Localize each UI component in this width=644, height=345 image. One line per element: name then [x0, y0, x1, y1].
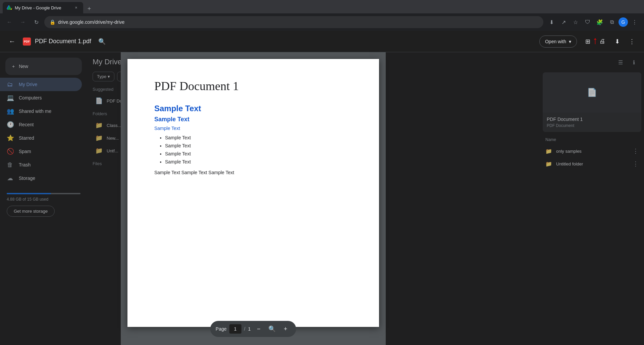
tab-bar: My Drive - Google Drive × + — [0, 0, 644, 13]
folder-name-3: Untf... — [107, 148, 118, 153]
trash-icon: 🗑 — [7, 161, 13, 168]
sidebar-item-shared[interactable]: 👥 Shared with me — [0, 105, 82, 118]
forward-button[interactable]: → — [17, 17, 28, 27]
list-item: Sample Text — [165, 151, 352, 156]
list-item: Sample Text — [165, 135, 352, 140]
back-button[interactable]: ← — [4, 17, 15, 27]
app-bar-actions: ⊞ 🖨 ⬇ ⋮ — [581, 35, 639, 48]
right-panel-header: ☰ ℹ — [543, 55, 641, 70]
sidebar-label-starred: Starred — [19, 135, 34, 141]
chevron-down-icon: ▾ — [569, 39, 571, 44]
tab-title: My Drive - Google Drive — [15, 5, 70, 10]
open-with-button[interactable]: Open with ▾ — [539, 36, 577, 48]
sidebar-label-trash: Trash — [19, 162, 31, 167]
computers-icon: 💻 — [7, 94, 13, 101]
file-card-meta: PDF Document — [547, 123, 637, 128]
present-button[interactable]: ⊞ — [581, 35, 594, 48]
split-view-icon[interactable]: ⧉ — [606, 17, 617, 27]
list-view-icon[interactable]: ☰ — [614, 56, 627, 68]
address-input[interactable]: 🔒 drive.google.com/drive/my-drive — [44, 16, 543, 28]
zoom-in-button[interactable]: + — [280, 324, 291, 334]
type-filter[interactable]: Type ▾ — [93, 72, 114, 81]
right-folder-1[interactable]: 📁 only samples ⋮ — [543, 145, 641, 157]
get-storage-button[interactable]: Get more storage — [7, 206, 55, 217]
file-card-name: PDF Document 1 — [547, 117, 637, 122]
recent-icon: 🕐 — [7, 121, 13, 128]
address-text: drive.google.com/drive/my-drive — [58, 19, 124, 25]
sidebar-item-computers[interactable]: 💻 Computers — [0, 91, 82, 105]
tab-close-button[interactable]: × — [73, 5, 79, 11]
print-button[interactable]: 🖨 — [596, 35, 609, 48]
user-avatar[interactable]: G — [619, 17, 628, 27]
download-page-icon[interactable]: ⬇ — [546, 17, 557, 27]
right-folder-name-2: Untitled folder — [556, 161, 583, 166]
right-folders-label: Name — [543, 136, 641, 143]
sidebar-item-trash[interactable]: 🗑 Trash — [0, 158, 82, 171]
storage-icon: ☁ — [7, 175, 13, 182]
new-label: New — [19, 64, 28, 69]
sidebar-label-shared: Shared with me — [19, 109, 51, 114]
my-drive-icon: 🗂 — [7, 81, 13, 88]
back-to-drive-button[interactable]: ← — [5, 35, 19, 48]
refresh-button[interactable]: ↻ — [31, 17, 42, 27]
file-card-info: PDF Document 1 PDF Document — [543, 113, 641, 132]
extensions-icon[interactable]: 🧩 — [594, 17, 605, 27]
storage-bar — [7, 193, 80, 194]
sidebar-item-starred[interactable]: ⭐ Starred — [0, 131, 82, 145]
folder-icon-1: 📁 — [95, 122, 103, 129]
storage-fill — [7, 193, 51, 194]
file-title: PDF Document 1.pdf — [35, 38, 91, 45]
pdf-list: Sample Text Sample Text Sample Text Samp… — [165, 135, 352, 164]
page-controls: Page / 1 − 🔍 + — [210, 321, 296, 337]
starred-icon: ⭐ — [7, 134, 13, 142]
pdf-main-title: PDF Document 1 — [154, 79, 352, 93]
download-button[interactable]: ⬇ — [610, 35, 624, 48]
file-card-preview: 📄 — [543, 72, 641, 113]
bookmark-icon[interactable]: ☆ — [570, 17, 581, 27]
shield-icon[interactable]: 🛡 — [582, 17, 593, 27]
spam-icon: 🚫 — [7, 148, 13, 155]
page-number-input[interactable] — [229, 324, 241, 334]
right-folder-more-1[interactable]: ⋮ — [633, 147, 639, 155]
app-bar: ← PDF PDF Document 1.pdf 🔍 Open with ▾ ⊞… — [0, 31, 644, 52]
address-bar: ← → ↻ 🔒 drive.google.com/drive/my-drive … — [0, 13, 644, 31]
sidebar-label-spam: Spam — [19, 149, 31, 154]
pdf-viewer: PDF Document 1 Sample Text Sample Text S… — [121, 52, 386, 345]
right-panel: ☰ ℹ 📄 PDF Document 1 PDF Document Name 📁… — [540, 52, 644, 345]
active-tab[interactable]: My Drive - Google Drive × — [3, 2, 83, 13]
file-card: 📄 PDF Document 1 PDF Document — [543, 72, 641, 132]
search-button[interactable]: 🔍 — [95, 35, 109, 48]
zoom-out-button[interactable]: − — [253, 324, 264, 334]
right-folder-more-2[interactable]: ⋮ — [633, 160, 639, 167]
right-folder-name-1: only samples — [556, 149, 582, 154]
sidebar-item-my-drive[interactable]: 🗂 My Drive — [0, 78, 82, 91]
list-item: Sample Text — [165, 159, 352, 164]
sidebar-item-spam[interactable]: 🚫 Spam — [0, 145, 82, 158]
browser-menu-icon[interactable]: ⋮ — [629, 17, 640, 27]
lock-icon: 🔒 — [50, 19, 55, 25]
folder-name-2: New... — [107, 136, 119, 141]
info-icon[interactable]: ℹ — [628, 56, 640, 68]
right-folder-icon-1: 📁 — [545, 148, 552, 154]
sidebar-label-my-drive: My Drive — [19, 82, 37, 87]
pdf-heading-3: Sample Text — [154, 126, 352, 131]
pdf-heading-1: Sample Text — [154, 104, 352, 113]
sidebar-item-storage[interactable]: ☁ Storage — [0, 171, 82, 185]
sidebar-item-recent[interactable]: 🕐 Recent — [0, 118, 82, 131]
page-separator: / — [244, 326, 246, 332]
folder-name-1: Class... — [107, 123, 121, 128]
tab-favicon — [7, 5, 12, 10]
zoom-in-icon: 🔍 — [267, 324, 277, 334]
more-options-button[interactable]: ⋮ — [625, 35, 639, 48]
browser-chrome: My Drive - Google Drive × + ← → ↻ 🔒 driv… — [0, 0, 644, 31]
pdf-page: PDF Document 1 Sample Text Sample Text S… — [127, 59, 379, 327]
shared-icon: 👥 — [7, 108, 13, 115]
folder-icon-3: 📁 — [95, 147, 103, 154]
folder-icon-2: 📁 — [95, 134, 103, 142]
open-with-label: Open with — [545, 39, 566, 44]
sidebar-label-storage: Storage — [19, 176, 35, 181]
share-icon[interactable]: ↗ — [558, 17, 569, 27]
new-button[interactable]: + New — [5, 58, 82, 75]
right-folder-2[interactable]: 📁 Untitled folder ⋮ — [543, 157, 641, 170]
new-tab-button[interactable]: + — [85, 4, 94, 13]
